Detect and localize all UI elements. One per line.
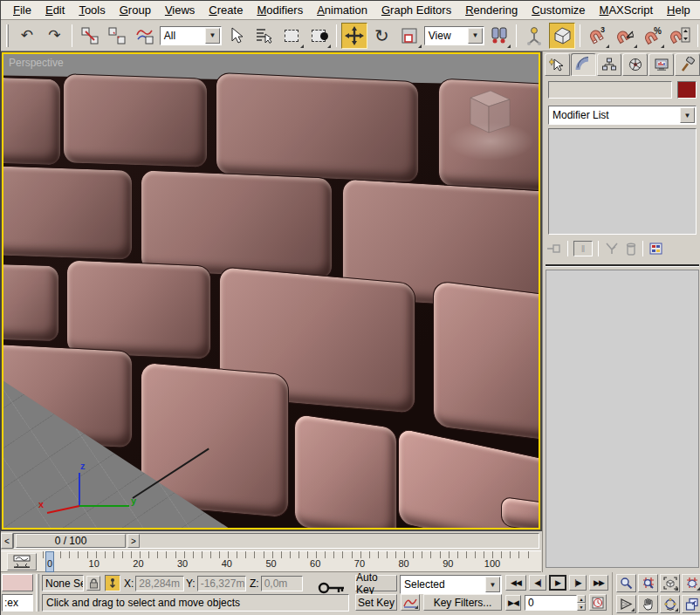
- set-keys-key-icon[interactable]: [318, 581, 346, 595]
- configure-modifier-sets-icon[interactable]: [649, 242, 664, 256]
- remove-modifier-icon[interactable]: [625, 242, 637, 256]
- window-crossing-toggle-button[interactable]: [306, 23, 333, 49]
- perspective-viewport[interactable]: Perspective z x y: [2, 52, 540, 530]
- selection-lock-toggle[interactable]: [86, 576, 100, 591]
- make-unique-icon[interactable]: [604, 242, 620, 256]
- object-color-swatch[interactable]: [677, 81, 697, 99]
- time-slider-thumb[interactable]: 0 / 100: [16, 534, 126, 548]
- tab-modify[interactable]: [571, 53, 596, 76]
- rectangular-selection-region-button[interactable]: [278, 23, 305, 49]
- brick[interactable]: [433, 280, 540, 442]
- play-button[interactable]: ▶: [549, 575, 566, 591]
- pan-button[interactable]: [638, 595, 658, 613]
- auto-key-button[interactable]: Auto Key: [355, 575, 397, 591]
- menu-item-edit[interactable]: Edit: [38, 1, 72, 19]
- brick[interactable]: [216, 72, 419, 183]
- brick[interactable]: [2, 263, 59, 343]
- mini-curve-editor-button[interactable]: [7, 553, 37, 571]
- zoom-extents-all-button[interactable]: [682, 574, 700, 592]
- select-and-rotate-button[interactable]: ↻: [369, 23, 395, 49]
- key-mode-dropdown[interactable]: Selected ▼: [400, 575, 502, 594]
- previous-frame-button[interactable]: ◀|: [529, 575, 546, 591]
- key-mode-toggle-button[interactable]: ▶◀: [505, 595, 521, 611]
- angle-snap-button[interactable]: [612, 23, 638, 49]
- x-value-field[interactable]: 28,284m: [135, 576, 184, 591]
- select-object-button[interactable]: [223, 23, 250, 49]
- viewport-label[interactable]: Perspective: [9, 57, 64, 69]
- menu-item-rendering[interactable]: Rendering: [458, 1, 525, 19]
- field-of-view-button[interactable]: [616, 595, 636, 613]
- snaps-toggle-button[interactable]: [549, 23, 575, 49]
- selection-filter-dropdown[interactable]: All ▼: [160, 26, 222, 45]
- absolute-mode-toggle[interactable]: [105, 575, 120, 591]
- tab-motion[interactable]: [622, 53, 648, 76]
- time-slider-track[interactable]: 0 / 100 >: [13, 533, 539, 549]
- time-configuration-button[interactable]: [589, 594, 607, 611]
- brick[interactable]: [63, 73, 208, 168]
- menu-item-views[interactable]: Views: [158, 1, 202, 19]
- brick[interactable]: [2, 77, 61, 167]
- spinner-down-icon[interactable]: ▼: [577, 603, 586, 611]
- menu-item-graph-editors[interactable]: Graph Editors: [374, 1, 458, 19]
- zoom-all-button[interactable]: [638, 574, 658, 592]
- select-and-manipulate-button[interactable]: [521, 23, 547, 49]
- modifier-list-dropdown[interactable]: Modifier List ▼: [548, 106, 697, 125]
- next-frame-button[interactable]: |▶: [569, 575, 587, 591]
- object-name-field[interactable]: [548, 81, 672, 99]
- menu-item-customize[interactable]: Customize: [525, 1, 592, 19]
- show-end-result-button[interactable]: ‖: [573, 241, 593, 256]
- macro-recorder-field[interactable]: [2, 574, 33, 591]
- tab-display[interactable]: [649, 53, 674, 76]
- menu-item-group[interactable]: Group: [113, 1, 158, 19]
- current-frame-field[interactable]: 0: [525, 595, 577, 611]
- menu-item-file[interactable]: File: [6, 1, 38, 19]
- time-slider-prev-button[interactable]: <: [1, 533, 13, 549]
- set-key-button[interactable]: Set Key: [355, 594, 397, 611]
- brick[interactable]: [66, 259, 211, 359]
- select-and-link-button[interactable]: [77, 23, 103, 49]
- y-value-field[interactable]: -16,327m: [197, 576, 246, 591]
- brick[interactable]: [2, 165, 133, 261]
- menu-item-animation[interactable]: Animation: [310, 1, 374, 19]
- undo-button[interactable]: ↶: [14, 23, 40, 49]
- go-to-end-button[interactable]: ▶▶: [589, 575, 608, 591]
- pin-stack-icon[interactable]: [546, 242, 562, 256]
- use-pivot-point-center-button[interactable]: [486, 23, 512, 49]
- arc-rotate-button[interactable]: [660, 595, 680, 613]
- percent-snap-button[interactable]: %: [640, 23, 666, 49]
- reference-coordsys-dropdown[interactable]: View ▼: [424, 26, 484, 45]
- modifier-stack-list[interactable]: [548, 128, 697, 235]
- menu-item-create[interactable]: Create: [202, 1, 250, 19]
- z-value-field[interactable]: 0,0m: [261, 576, 303, 591]
- select-by-name-button[interactable]: [250, 23, 277, 49]
- snap-3d-button[interactable]: 3: [585, 23, 611, 49]
- unlink-selection-button[interactable]: [105, 23, 131, 49]
- track-bar[interactable]: 0102030405060708090100: [1, 550, 541, 572]
- frame-spinner[interactable]: ▲▼: [577, 595, 586, 611]
- tab-create[interactable]: [545, 53, 570, 76]
- default-tangents-button[interactable]: [401, 594, 420, 611]
- time-slider-next-button[interactable]: >: [127, 534, 140, 548]
- menu-item-tools[interactable]: Tools: [72, 1, 112, 19]
- tab-utilities[interactable]: [675, 53, 700, 76]
- bind-to-space-warp-button[interactable]: [132, 23, 158, 49]
- zoom-extents-button[interactable]: [660, 574, 680, 592]
- track-bar-ruler[interactable]: 0102030405060708090100: [43, 551, 532, 572]
- select-and-scale-button[interactable]: [396, 23, 422, 49]
- listener-splitter[interactable]: [36, 574, 39, 612]
- menu-item-modifiers[interactable]: Modifiers: [250, 1, 310, 19]
- maxscript-listener-field[interactable]: :ex: [2, 594, 33, 612]
- tab-hierarchy[interactable]: [597, 53, 622, 76]
- spinner-up-icon[interactable]: ▲: [577, 595, 586, 603]
- go-to-start-button[interactable]: ◀◀: [505, 575, 526, 591]
- brick[interactable]: [501, 496, 540, 530]
- zoom-button[interactable]: [616, 574, 636, 592]
- menu-item-maxscript[interactable]: MAXScript: [593, 1, 660, 19]
- menu-item-help[interactable]: Help: [660, 1, 697, 19]
- spinner-snap-button[interactable]: [667, 23, 693, 49]
- brick[interactable]: [294, 413, 397, 530]
- min-max-toggle-button[interactable]: [682, 595, 700, 613]
- redo-button[interactable]: ↷: [42, 23, 68, 49]
- select-and-move-button[interactable]: [341, 23, 367, 49]
- toolbar-grip[interactable]: [6, 24, 9, 47]
